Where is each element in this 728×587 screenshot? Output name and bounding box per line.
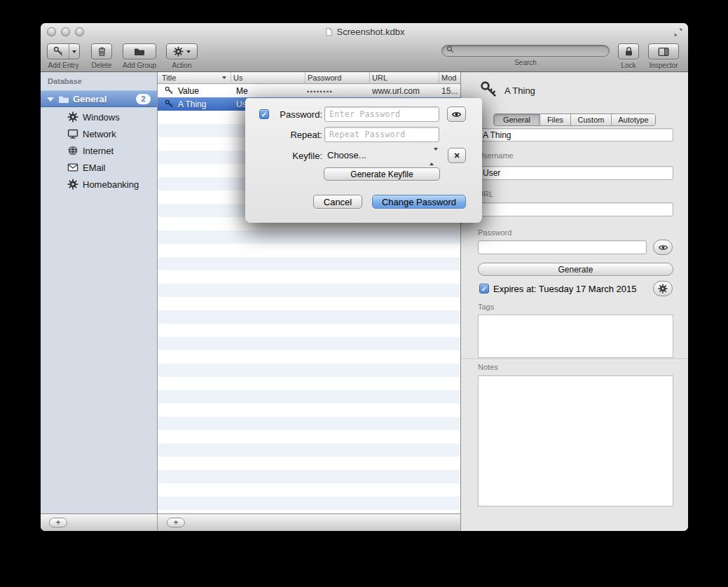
entry-title: A Thing <box>178 99 206 109</box>
expires-checkbox[interactable]: ✓ <box>479 284 489 294</box>
generate-password-button[interactable]: Generate <box>478 263 673 276</box>
add-group-button[interactable] <box>123 43 156 60</box>
sidebar-bottom-bar: + <box>41 513 157 531</box>
key-icon <box>165 99 174 109</box>
gear-icon <box>173 46 184 57</box>
action-button[interactable] <box>166 43 198 60</box>
window-header: Screenshot.kdbx Add Entry Delete Add Gro… <box>41 23 688 72</box>
eye-icon <box>451 111 462 118</box>
cancel-button[interactable]: Cancel <box>313 195 362 209</box>
change-password-dialog: ✓ Password: Repeat: Keyfile: Choose... ✕… <box>245 98 482 223</box>
inspector-button[interactable] <box>648 43 679 60</box>
action-label: Action <box>166 62 198 69</box>
lock-label: Lock <box>618 62 639 69</box>
dialog-repeat-input[interactable] <box>324 127 439 142</box>
table-row[interactable]: Value Me •••••••• www.url.com 15... <box>158 84 460 97</box>
lock-icon <box>624 46 634 57</box>
entry-username: Me <box>236 86 248 96</box>
sidebar-item-general[interactable]: General 2 <box>41 90 157 107</box>
reveal-password-button[interactable] <box>653 240 673 255</box>
sidebar-item-label: Internet <box>83 146 114 156</box>
gear-icon <box>658 284 668 294</box>
entry-modified: 15... <box>441 86 458 96</box>
password-field[interactable] <box>478 240 647 254</box>
tags-field[interactable] <box>478 315 673 358</box>
entry-list-bottom-bar: + <box>158 513 460 531</box>
search-label: Search <box>441 59 610 67</box>
change-password-button[interactable]: Change Password <box>372 195 466 209</box>
sidebar: Database General 2 Windows Network Inter… <box>41 72 158 531</box>
expires-settings-button[interactable] <box>653 281 673 296</box>
inspector-entry-title: A Thing <box>504 85 535 96</box>
key-icon <box>480 81 498 99</box>
sidebar-item-email[interactable]: EMail <box>41 159 157 176</box>
disclosure-triangle-icon[interactable] <box>47 97 54 102</box>
url-field[interactable] <box>478 202 673 216</box>
sidebar-item-network[interactable]: Network <box>41 125 157 142</box>
checkmark-icon: ✓ <box>261 111 267 118</box>
sidebar-item-label: EMail <box>83 163 106 173</box>
tab-autotype[interactable]: Autotype <box>612 114 655 125</box>
generate-keyfile-button[interactable]: Generate Keyfile <box>324 167 440 181</box>
search-input[interactable] <box>441 45 610 57</box>
keyfile-selected-value: Choose... <box>327 150 366 160</box>
keyfile-popup-button[interactable]: Choose... <box>324 148 442 163</box>
entry-password: •••••••• <box>307 88 333 95</box>
clear-keyfile-button[interactable]: ✕ <box>448 148 466 163</box>
section-divider <box>461 359 688 359</box>
monitor-icon <box>67 128 78 139</box>
column-header-url[interactable]: URL <box>372 74 387 82</box>
add-group-plus-button[interactable]: + <box>49 518 67 527</box>
column-header-title[interactable]: Title <box>162 74 176 82</box>
password-checkbox[interactable]: ✓ <box>259 109 269 119</box>
tab-custom[interactable]: Custom <box>571 114 612 125</box>
tab-files[interactable]: Files <box>540 114 571 125</box>
key-icon <box>53 46 64 57</box>
key-icon <box>165 86 174 95</box>
username-label: Username <box>478 151 514 160</box>
inspector-panel-icon <box>658 46 669 57</box>
add-entry-button[interactable] <box>47 43 80 60</box>
folder-icon <box>134 46 145 57</box>
dialog-password-input[interactable] <box>324 106 439 122</box>
column-header-password[interactable]: Password <box>308 74 341 82</box>
gear-icon <box>67 179 78 190</box>
password-label: Password <box>478 228 511 237</box>
add-entry-plus-button[interactable]: + <box>167 518 185 527</box>
title-field[interactable] <box>478 128 673 141</box>
sidebar-item-windows[interactable]: Windows <box>41 109 157 125</box>
add-entry-dropdown[interactable] <box>69 44 79 59</box>
column-header-username[interactable]: Us <box>233 74 242 82</box>
entry-list-header: Title Us Password URL Mod <box>158 72 460 84</box>
sidebar-item-label: Network <box>83 129 116 139</box>
sidebar-item-label: Windows <box>83 112 120 123</box>
globe-icon <box>67 145 78 156</box>
app-window: Screenshot.kdbx Add Entry Delete Add Gro… <box>41 23 688 531</box>
column-header-modified[interactable]: Mod <box>441 74 456 82</box>
document-icon <box>324 27 334 36</box>
lock-button[interactable] <box>618 43 639 60</box>
sidebar-item-label: General <box>73 94 107 104</box>
eye-icon <box>658 244 668 251</box>
notes-label: Notes <box>478 363 498 371</box>
delete-button[interactable] <box>91 43 112 60</box>
sidebar-section-header: Database <box>48 77 82 85</box>
tab-general[interactable]: General <box>494 114 540 125</box>
reveal-password-button[interactable] <box>447 106 466 122</box>
window-title: Screenshot.kdbx <box>337 27 405 37</box>
notes-field[interactable] <box>478 375 673 506</box>
folder-icon <box>58 94 69 105</box>
sidebar-item-homebanking[interactable]: Homebanking <box>41 176 157 193</box>
dialog-password-label: Password: <box>272 109 322 120</box>
dialog-repeat-label: Repeat: <box>272 130 322 140</box>
inspector-panel: A Thing General Files Custom Autotype Us… <box>461 72 688 531</box>
inspector-tabs: General Files Custom Autotype <box>493 113 656 126</box>
entry-url: www.url.com <box>372 86 420 96</box>
sidebar-item-internet[interactable]: Internet <box>41 142 157 159</box>
checkmark-icon: ✓ <box>481 285 487 293</box>
gear-icon <box>67 111 78 123</box>
fullscreen-icon[interactable] <box>673 27 684 38</box>
expires-label: Expires at: Tuesday 17 March 2015 <box>493 284 637 294</box>
inspector-label: Inspector <box>648 62 679 69</box>
username-field[interactable] <box>478 166 673 180</box>
